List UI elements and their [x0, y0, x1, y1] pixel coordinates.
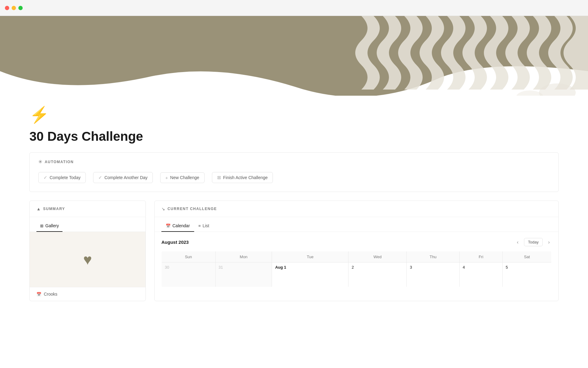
- complete-another-day-button[interactable]: ✓ Complete Another Day: [93, 172, 153, 183]
- automation-label: AUTOMATION: [45, 160, 74, 164]
- challenge-tabs: 📅 Calendar ≡ List: [155, 217, 558, 232]
- complete-another-day-label: Complete Another Day: [104, 175, 148, 180]
- page-content: ⚡ 30 Days Challenge ✳ AUTOMATION ✓ Compl…: [0, 105, 588, 301]
- challenge-header: ↘ CURRENT CHALLENGE: [155, 201, 558, 217]
- gallery-label: Gallery: [45, 223, 59, 228]
- day-header-fri: Fri: [459, 251, 503, 263]
- prev-month-button[interactable]: ‹: [515, 238, 520, 246]
- automation-block: ✳ AUTOMATION ✓ Complete Today ✓ Complete…: [29, 152, 559, 192]
- automation-header: ✳ AUTOMATION: [38, 159, 550, 165]
- new-challenge-label: New Challenge: [170, 175, 199, 180]
- challenge-label: CURRENT CHALLENGE: [168, 207, 217, 211]
- summary-label: SUMMARY: [43, 207, 65, 211]
- minimize-button[interactable]: [12, 6, 16, 10]
- day-header-tue: Tue: [272, 251, 349, 263]
- hero-banner: [0, 16, 588, 96]
- day-header-mon: Mon: [215, 251, 272, 263]
- close-button[interactable]: [5, 6, 9, 10]
- challenge-icon: ↘: [161, 206, 165, 211]
- summary-gallery-area: ♥: [30, 232, 145, 287]
- complete-today-label: Complete Today: [50, 175, 81, 180]
- check-icon-2: ✓: [98, 175, 102, 180]
- calendar-grid: Sun Mon Tue Wed Thu Fri Sat 30: [161, 251, 552, 287]
- titlebar: [0, 0, 588, 16]
- next-month-button[interactable]: ›: [546, 238, 552, 246]
- today-button[interactable]: Today: [524, 238, 543, 246]
- page-icon: ⚡: [29, 105, 559, 124]
- finish-active-challenge-label: Finish Active Challenge: [223, 175, 268, 180]
- tab-calendar[interactable]: 📅 Calendar: [161, 221, 194, 232]
- calendar-week-1: 30 31 Aug 1 2 3: [162, 263, 552, 287]
- calendar-day-4[interactable]: 4: [459, 263, 503, 287]
- calendar-nav-right: ‹ Today ›: [515, 238, 552, 246]
- summary-tabs: ⊞ Gallery: [30, 217, 145, 232]
- footer-icon: 📅: [36, 292, 41, 297]
- summary-footer: 📅 Crooks: [30, 287, 145, 301]
- calendar-container: August 2023 ‹ Today › Sun Mon Tue Wed: [155, 232, 558, 293]
- calendar-day-5[interactable]: 5: [503, 263, 552, 287]
- footer-label: Crooks: [44, 292, 57, 297]
- challenge-block: ↘ CURRENT CHALLENGE 📅 Calendar ≡ List Au…: [154, 201, 559, 301]
- calendar-day-30[interactable]: 30: [162, 263, 216, 287]
- summary-header: ▲ SUMMARY: [30, 201, 145, 217]
- day-header-sat: Sat: [503, 251, 552, 263]
- day-header-sun: Sun: [162, 251, 216, 263]
- heart-icon: ♥: [83, 251, 92, 268]
- calendar-nav: August 2023 ‹ Today ›: [161, 238, 552, 246]
- list-tab-icon: ≡: [198, 224, 201, 228]
- finish-icon: ⊠: [217, 175, 221, 180]
- day-header-thu: Thu: [407, 251, 459, 263]
- calendar-month: August 2023: [161, 240, 189, 245]
- finish-active-challenge-button[interactable]: ⊠ Finish Active Challenge: [212, 172, 273, 183]
- automation-buttons: ✓ Complete Today ✓ Complete Another Day …: [38, 172, 550, 183]
- day-header-wed: Wed: [349, 251, 407, 263]
- summary-block: ▲ SUMMARY ⊞ Gallery ♥ 📅 Crooks: [29, 201, 146, 301]
- calendar-header-row: Sun Mon Tue Wed Thu Fri Sat: [162, 251, 552, 263]
- summary-icon: ▲: [36, 206, 41, 211]
- complete-today-button[interactable]: ✓ Complete Today: [38, 172, 86, 183]
- check-icon: ✓: [43, 175, 47, 180]
- maximize-button[interactable]: [18, 6, 23, 10]
- page-title: 30 Days Challenge: [29, 129, 559, 144]
- new-challenge-button[interactable]: + New Challenge: [160, 172, 205, 183]
- tab-list[interactable]: ≡ List: [194, 221, 213, 232]
- calendar-day-31[interactable]: 31: [215, 263, 272, 287]
- tab-gallery[interactable]: ⊞ Gallery: [36, 221, 62, 232]
- plus-icon: +: [165, 175, 168, 180]
- automation-icon: ✳: [38, 159, 42, 165]
- calendar-day-2[interactable]: 2: [349, 263, 407, 287]
- bottom-sections: ▲ SUMMARY ⊞ Gallery ♥ 📅 Crooks ↘ CURRENT: [29, 201, 559, 301]
- gallery-icon: ⊞: [40, 224, 43, 228]
- calendar-day-3[interactable]: 3: [407, 263, 459, 287]
- calendar-tab-icon: 📅: [166, 224, 171, 228]
- list-tab-label: List: [202, 223, 209, 228]
- calendar-tab-label: Calendar: [172, 223, 190, 228]
- calendar-day-aug1[interactable]: Aug 1: [272, 263, 349, 287]
